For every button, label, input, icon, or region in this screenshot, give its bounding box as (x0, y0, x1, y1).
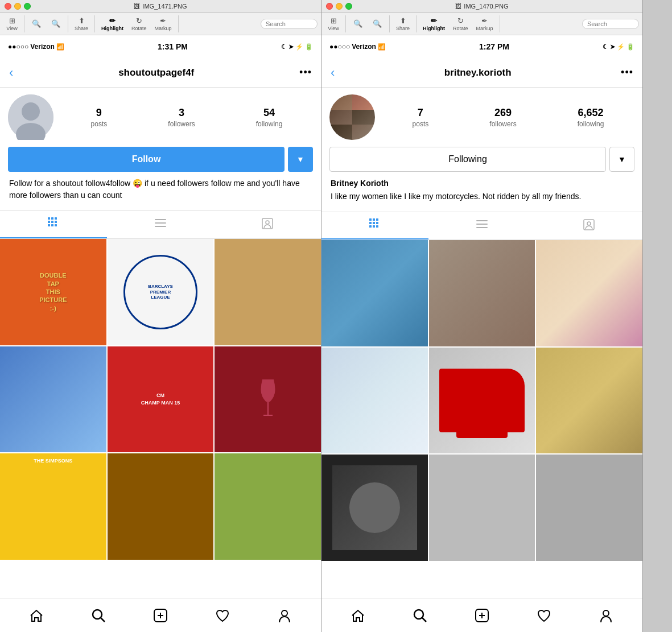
markup-button[interactable]: ✒ Markup (152, 15, 175, 32)
barclays-badge: BARCLAYSPREMIERLEAGUE (108, 239, 214, 345)
add-icon (152, 608, 168, 623)
nav-search[interactable] (86, 603, 111, 628)
right-highlight-button[interactable]: ✏ Highlight (420, 15, 448, 32)
more-button[interactable]: ••• (299, 67, 312, 79)
nav-home[interactable] (24, 603, 49, 628)
right-grid-item-2[interactable] (429, 240, 535, 346)
grid-item-7[interactable]: THE SIMPSONS (0, 453, 106, 560)
grid-item-8[interactable] (108, 453, 214, 560)
right-markup-button[interactable]: ✒ Markup (473, 15, 496, 32)
close-button[interactable] (5, 3, 11, 10)
right-grid-item-3[interactable] (536, 240, 642, 346)
nav-add[interactable] (148, 603, 173, 628)
svg-point-24 (282, 610, 287, 616)
right-signal-dots: ●●○○○ (329, 43, 350, 51)
right-view-button[interactable]: ⊞ View (325, 15, 342, 32)
right-grid-item-7[interactable] (321, 455, 428, 561)
svg-rect-4 (51, 217, 53, 220)
following-dropdown-button[interactable]: ▼ (609, 147, 634, 172)
right-battery-icon: 🔋 (626, 43, 634, 51)
toolbar-view-group: ⊞ View (3, 15, 20, 32)
follow-button[interactable]: Follow (8, 147, 285, 172)
back-button[interactable]: ‹ (9, 65, 13, 80)
right-home-icon (350, 608, 366, 623)
user-tag-icon (261, 217, 274, 233)
badge-circle: BARCLAYSPREMIERLEAGUE (123, 255, 198, 329)
highlight-button[interactable]: ✏ Highlight (98, 15, 126, 32)
right-maximize-button[interactable] (345, 3, 352, 10)
right-wifi-icon: 📶 (378, 43, 386, 51)
right-toolbar-search[interactable] (582, 19, 639, 29)
svg-rect-10 (51, 224, 53, 226)
grid-item-1[interactable]: DOUBLETAPTHISPICTURE:-) (0, 239, 106, 345)
zoom-in-button[interactable]: 🔍 (47, 18, 64, 30)
right-nav-home[interactable] (345, 603, 370, 628)
right-phone-screen: ●●○○○ Verizon 📶 1:27 PM ☾ ➤ ⚡ 🔋 ‹ britne… (321, 35, 642, 598)
right-back-button[interactable]: ‹ (331, 65, 335, 80)
right-tab-tagged[interactable] (535, 212, 642, 239)
right-location-icon: ➤ (610, 43, 615, 51)
svg-rect-5 (55, 217, 57, 220)
minimize-button[interactable] (14, 3, 21, 10)
svg-rect-12 (155, 219, 166, 220)
grid-item-4[interactable] (0, 346, 106, 453)
right-grid-item-1[interactable] (321, 240, 428, 346)
right-share-button[interactable]: ⬆ Share (393, 15, 413, 32)
markup-icon: ✒ (158, 16, 169, 25)
left-toolbar-search[interactable] (261, 19, 318, 29)
right-grid-item-5[interactable] (429, 348, 535, 454)
grid-item-6[interactable] (215, 346, 321, 453)
right-photo-grid (321, 240, 642, 561)
avatar-cell-2 (352, 94, 375, 110)
right-grid-item-9[interactable] (536, 455, 642, 561)
right-followers-stat[interactable]: 269 followers (489, 107, 516, 128)
right-window-title: 🖼 IMG_1470.PNG (455, 3, 508, 10)
following-button[interactable]: Following (329, 147, 606, 172)
grid-item-3[interactable] (215, 239, 321, 345)
tab-list[interactable] (107, 211, 214, 238)
right-list-icon (475, 218, 489, 234)
right-nav-add[interactable] (469, 603, 494, 628)
svg-rect-36 (476, 227, 488, 228)
right-nav-search[interactable] (407, 603, 432, 628)
tab-tagged[interactable] (214, 211, 321, 238)
grid-item-5[interactable]: CMCHAMP MAN 15 (108, 346, 214, 453)
right-following-stat[interactable]: 6,652 following (578, 107, 604, 128)
rotate-button[interactable]: ↻ Rotate (129, 15, 150, 32)
right-grid-item-8[interactable] (429, 455, 535, 561)
right-nav-profile[interactable] (593, 603, 619, 628)
right-close-button[interactable] (326, 3, 333, 10)
followers-stat[interactable]: 3 followers (168, 107, 195, 128)
view-icon: ⊞ (6, 16, 18, 25)
right-tab-list[interactable] (428, 212, 535, 239)
nav-profile[interactable] (272, 603, 297, 628)
zoom-out-button[interactable]: 🔍 (28, 18, 45, 30)
view-button[interactable]: ⊞ View (3, 15, 20, 32)
right-posts-stat[interactable]: 7 posts (413, 107, 429, 128)
maximize-button[interactable] (24, 3, 31, 10)
right-sep1 (345, 15, 346, 32)
posts-stat[interactable]: 9 posts (91, 107, 108, 128)
follow-dropdown-button[interactable]: ▼ (288, 147, 313, 172)
svg-rect-6 (48, 221, 50, 223)
right-zoom-out-button[interactable]: 🔍 (349, 18, 366, 30)
right-grid-item-4[interactable] (321, 348, 428, 454)
right-tab-grid[interactable] (321, 212, 428, 239)
grid-item-9[interactable] (215, 453, 321, 560)
right-zoom-in-button[interactable]: 🔍 (369, 18, 386, 30)
right-more-button[interactable]: ••• (621, 67, 633, 79)
right-profile-icon (598, 608, 614, 623)
share-button[interactable]: ⬆ Share (72, 15, 91, 32)
right-minimize-button[interactable] (336, 3, 343, 10)
right-nav-likes[interactable] (531, 603, 556, 628)
svg-rect-14 (155, 226, 166, 227)
following-stat[interactable]: 54 following (256, 107, 283, 128)
right-grid-item-6[interactable] (536, 348, 642, 454)
grid-item-2[interactable]: BARCLAYSPREMIERLEAGUE (108, 239, 214, 345)
right-rotate-button[interactable]: ↻ Rotate (450, 15, 471, 32)
wine-glass-area (215, 346, 321, 453)
tab-grid[interactable] (0, 211, 107, 238)
nav-likes[interactable] (210, 603, 235, 628)
zoom-in-icon: 🔍 (50, 19, 61, 28)
svg-line-20 (101, 618, 105, 622)
